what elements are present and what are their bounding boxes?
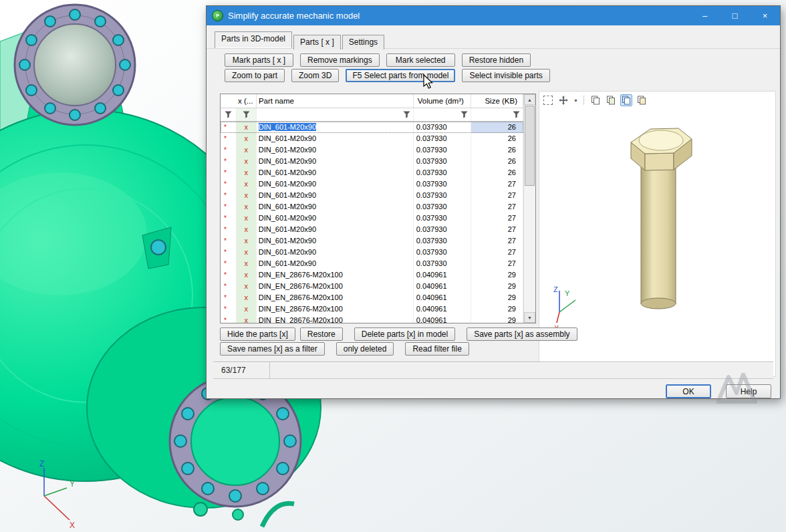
hide-parts-button[interactable]: Hide the parts [x] xyxy=(220,327,295,341)
table-row[interactable]: * x DIN_EN_28676-M20x100 0.040961 29 xyxy=(221,281,523,292)
row-part-name: DIN_601-M20x90 xyxy=(257,224,414,235)
dropdown-arrow-icon[interactable]: ▼ xyxy=(573,98,578,103)
row-mark: * xyxy=(221,201,237,213)
restore-button[interactable]: Restore xyxy=(300,327,343,341)
copy-image-icon[interactable] xyxy=(605,94,617,106)
column-header-part-name[interactable]: Part name xyxy=(257,94,414,108)
axis-x-label: X xyxy=(70,521,75,530)
row-part-name: DIN_EN_28676-M20x100 xyxy=(257,281,414,292)
table-row[interactable]: * x DIN_601-M20x90 0.037930 27 xyxy=(221,224,523,235)
table-row[interactable]: * x DIN_EN_28676-M20x100 0.040961 29 xyxy=(221,315,523,323)
row-mark: * xyxy=(221,190,237,201)
select-parts-from-model-button[interactable]: F5 Select parts from model xyxy=(346,69,455,82)
scroll-down-icon[interactable]: ▼ xyxy=(524,312,535,323)
table-row[interactable]: * x DIN_601-M20x90 0.037930 26 xyxy=(221,144,523,156)
close-icon[interactable]: × xyxy=(750,6,780,25)
mark-parts-button[interactable]: Mark parts [ x ] xyxy=(225,53,293,67)
row-size: 26 xyxy=(471,167,523,178)
tab-parts-x[interactable]: Parts [ x ] xyxy=(293,35,341,49)
paste-view-icon[interactable] xyxy=(620,94,632,106)
zoom-3d-button[interactable]: Zoom 3D xyxy=(291,69,339,82)
delete-parts-button[interactable]: Delete parts [x] in model xyxy=(354,327,455,341)
table-row[interactable]: * x DIN_601-M20x90 0.037930 27 xyxy=(221,190,523,201)
select-invisible-parts-button[interactable]: Select invisible parts xyxy=(462,69,549,82)
table-row[interactable]: * x DIN_EN_28676-M20x100 0.040961 29 xyxy=(221,303,523,315)
dialog-titlebar[interactable]: P Simplify accurate mechanic model – □ × xyxy=(207,6,780,25)
row-volume: 0.037930 xyxy=(414,201,472,213)
filter-icon[interactable] xyxy=(403,109,410,121)
table-row[interactable]: * x DIN_EN_28676-M20x100 0.040961 29 xyxy=(221,292,523,303)
row-x-flag: x xyxy=(237,315,257,323)
row-x-flag: x xyxy=(237,167,257,178)
row-part-name: DIN_601-M20x90 xyxy=(257,247,414,258)
row-mark: * xyxy=(221,167,237,178)
row-size: 26 xyxy=(471,144,523,156)
remove-markings-button[interactable]: Remove markings xyxy=(300,53,380,67)
scroll-thumb[interactable] xyxy=(525,106,535,186)
zoom-to-part-button[interactable]: Zoom to part xyxy=(225,69,285,82)
filter-icon[interactable] xyxy=(461,109,468,121)
row-x-flag: x xyxy=(237,190,257,201)
table-scrollbar[interactable]: ▲ ▼ xyxy=(523,94,535,323)
only-deleted-button[interactable]: only deleted xyxy=(336,342,394,356)
help-button[interactable]: Help xyxy=(726,384,771,398)
maximize-button[interactable]: □ xyxy=(720,6,750,25)
row-part-name: DIN_601-M20x90 xyxy=(257,167,414,178)
row-volume: 0.037930 xyxy=(414,144,472,156)
axis-z-label: Z xyxy=(39,459,44,469)
row-size: 27 xyxy=(471,247,523,258)
tab-settings[interactable]: Settings xyxy=(342,35,384,49)
pan-icon[interactable] xyxy=(557,94,569,106)
table-row[interactable]: * x DIN_EN_28676-M20x100 0.040961 29 xyxy=(221,269,523,281)
table-row[interactable]: * x DIN_601-M20x90 0.037930 27 xyxy=(221,213,523,224)
toolbar-row-2: Zoom to part Zoom 3D F5 Select parts fro… xyxy=(225,69,550,82)
parts-count: 63/177 xyxy=(213,362,270,378)
copy-view-icon[interactable] xyxy=(590,94,602,106)
table-row[interactable]: * x DIN_601-M20x90 0.037930 26 xyxy=(221,156,523,167)
row-volume: 0.037930 xyxy=(414,167,472,178)
table-row[interactable]: * x DIN_601-M20x90 0.037930 26 xyxy=(221,122,523,133)
select-region-icon[interactable] xyxy=(542,94,554,106)
row-part-name: DIN_601-M20x90 xyxy=(257,133,414,144)
table-row[interactable]: * x DIN_601-M20x90 0.037930 27 xyxy=(221,235,523,247)
filter-icon[interactable] xyxy=(243,109,250,121)
filter-icon[interactable] xyxy=(513,109,520,121)
row-volume: 0.040961 xyxy=(414,303,472,315)
row-volume: 0.037930 xyxy=(414,224,472,235)
filter-icon[interactable] xyxy=(225,109,232,121)
row-x-flag: x xyxy=(237,201,257,213)
table-row[interactable]: * x DIN_601-M20x90 0.037930 26 xyxy=(221,133,523,144)
column-header-volume[interactable]: Volume (dm³) xyxy=(414,94,472,108)
scroll-up-icon[interactable]: ▲ xyxy=(524,94,535,105)
column-header-size[interactable]: Size (KB) xyxy=(471,94,523,108)
table-row[interactable]: * x DIN_601-M20x90 0.037930 27 xyxy=(221,247,523,258)
table-row[interactable]: * x DIN_601-M20x90 0.037930 27 xyxy=(221,258,523,269)
table-row[interactable]: * x DIN_601-M20x90 0.037930 27 xyxy=(221,178,523,190)
row-volume: 0.040961 xyxy=(414,315,472,323)
row-part-name: DIN_EN_28676-M20x100 xyxy=(257,269,414,281)
column-header-x[interactable]: x (... xyxy=(221,94,257,108)
row-x-flag: x xyxy=(237,133,257,144)
axis-y-label: Y xyxy=(70,479,75,489)
table-row[interactable]: * x DIN_601-M20x90 0.037930 27 xyxy=(221,201,523,213)
row-size: 27 xyxy=(471,258,523,269)
minimize-button[interactable]: – xyxy=(690,6,720,25)
save-parts-assembly-button[interactable]: Save parts [x] as assembly xyxy=(467,327,577,341)
mark-selected-button[interactable]: Mark selected xyxy=(386,53,455,67)
ok-button[interactable]: OK xyxy=(666,384,711,398)
row-size: 26 xyxy=(471,122,523,133)
read-filter-file-button[interactable]: Read filter file xyxy=(405,342,469,356)
parts-table: x (... Part name Volume (dm³) Size (KB) … xyxy=(220,94,536,323)
row-mark: * xyxy=(221,303,237,315)
tab-parts-in-3d-model[interactable]: Parts in 3D-model xyxy=(215,31,292,48)
row-volume: 0.037930 xyxy=(414,122,472,133)
save-names-filter-button[interactable]: Save names [x] as a filter xyxy=(220,342,325,356)
row-x-flag: x xyxy=(237,235,257,247)
paste-image-icon[interactable] xyxy=(636,94,648,106)
restore-hidden-button[interactable]: Restore hidden xyxy=(462,53,531,67)
row-size: 27 xyxy=(471,178,523,190)
table-row[interactable]: * x DIN_601-M20x90 0.037930 26 xyxy=(221,167,523,178)
row-volume: 0.037930 xyxy=(414,156,472,167)
row-size: 27 xyxy=(471,235,523,247)
row-size: 27 xyxy=(471,201,523,213)
